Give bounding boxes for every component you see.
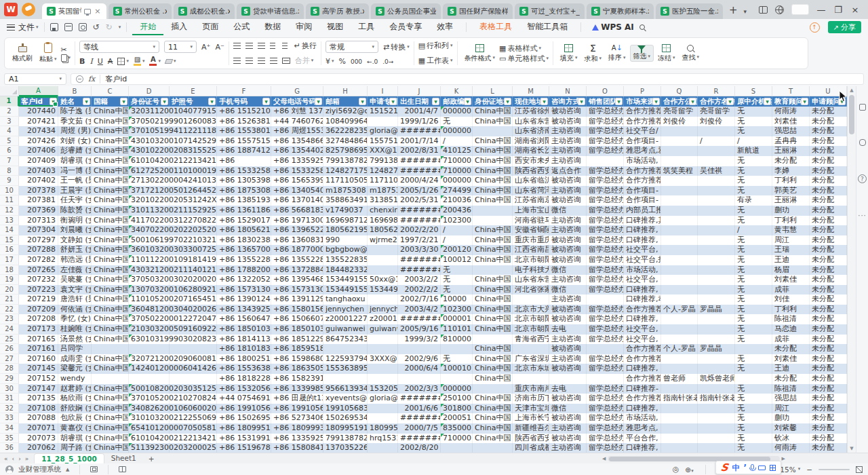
col-header-P[interactable]: P: [624, 86, 661, 96]
cell-O29[interactable]: [587, 374, 624, 384]
increase-font-size-button[interactable]: A⁺: [201, 43, 210, 52]
cell-U16[interactable]: 未分配: [810, 245, 847, 255]
row-header-20[interactable]: 20: [0, 285, 19, 295]
cell-B36[interactable]: 周子路 (女: [58, 443, 92, 453]
header-cell-H1[interactable]: 邮箱▼: [323, 96, 368, 107]
cell-M23[interactable]: 北京市朝阳: [513, 314, 549, 324]
cell-B26[interactable]: 吕同学: [58, 344, 92, 354]
cell-R22[interactable]: 罗晶晶: [698, 305, 735, 315]
cell-M21[interactable]: [513, 294, 549, 305]
comma-style-button[interactable]: 000: [351, 58, 362, 65]
cell-A36[interactable]: 207062: [19, 443, 58, 453]
cell-D33[interactable]: 310103200212255069: [129, 413, 170, 423]
cell-F25[interactable]: +86 18141137: [217, 335, 271, 345]
bold-button[interactable]: B: [79, 57, 85, 66]
docer-home-icon[interactable]: [22, 3, 35, 16]
cell-Q10[interactable]: [661, 186, 698, 196]
cell-K8[interactable]: 710000: [441, 166, 473, 176]
cell-U15[interactable]: 未分配: [810, 235, 847, 246]
cell-B23[interactable]: 季忆 (女): [58, 314, 92, 324]
row-header-34[interactable]: 34: [0, 423, 19, 434]
filter-dropdown-icon[interactable]: ▼: [359, 98, 366, 105]
cell-I19[interactable]: 50xx@163.c: [368, 275, 398, 285]
convert-button[interactable]: ⇄转换▾: [383, 42, 410, 52]
cell-C27[interactable]: China中国: [92, 354, 129, 364]
cell-U9[interactable]: 未分配: [810, 176, 847, 186]
sogou-logo-icon[interactable]: S: [719, 461, 728, 474]
cell-S17[interactable]: 无: [735, 255, 772, 265]
status-layout-icon[interactable]: [119, 466, 126, 472]
cell-B6[interactable]: 彭睿婧 (女: [58, 146, 92, 156]
align-center-button[interactable]: [245, 58, 253, 64]
cell-P22[interactable]: 合作方推荐: [624, 305, 661, 315]
cell-U26[interactable]: 未分配: [810, 344, 847, 354]
cell-T18[interactable]: 杨眉: [772, 265, 810, 276]
cell-D8[interactable]: 612725200110100019: [129, 166, 170, 176]
cell-U28[interactable]: 未分配: [810, 364, 847, 374]
cell-O23[interactable]: 留学总经办: [587, 314, 624, 324]
cell-J26[interactable]: [398, 344, 441, 354]
cell-A19[interactable]: 207232: [19, 275, 58, 285]
cell-I10[interactable]: m1875308: [368, 186, 398, 196]
zoom-out-icon[interactable]: −: [806, 466, 812, 474]
cell-R5[interactable]: /: [698, 136, 735, 147]
system-chevron-icon[interactable]: ▲: [66, 467, 69, 472]
cell-I8[interactable]: 124827175: [368, 166, 398, 176]
cell-S9[interactable]: 无: [735, 176, 772, 186]
cell-J15[interactable]: 1997/2/21: [398, 235, 441, 246]
wps-ai-button[interactable]: WPS AI: [587, 22, 639, 32]
cell-N36[interactable]: 主动咨询: [549, 443, 587, 453]
header-cell-J1[interactable]: 出生日期▼: [398, 96, 441, 107]
cell-O9[interactable]: 留学总经办: [587, 176, 624, 186]
cell-C3[interactable]: China中国: [92, 117, 129, 127]
cell-L21[interactable]: China中国: [473, 294, 513, 305]
cell-S22[interactable]: 无: [735, 305, 772, 315]
align-top-button[interactable]: [233, 43, 241, 49]
cell-A18[interactable]: 207265: [19, 265, 58, 276]
cell-L33[interactable]: China中国: [473, 413, 513, 423]
cell-G13[interactable]: +86 1971300890: [271, 216, 323, 226]
cell-Q20[interactable]: [661, 285, 698, 295]
cell-J4[interactable]: ########: [398, 126, 441, 136]
cell-R35[interactable]: [698, 434, 735, 444]
cell-N16[interactable]: 被动咨询: [549, 245, 587, 255]
format-painter-button[interactable]: 格式刷: [9, 43, 35, 63]
tab-list-chevron-icon[interactable]: ▾: [743, 8, 748, 19]
cell-L6[interactable]: China中国: [473, 146, 513, 156]
menu-tab-会员专享[interactable]: 会员专享: [382, 19, 429, 35]
row-header-2[interactable]: 2: [0, 107, 19, 117]
row-header-9[interactable]: 9: [0, 176, 19, 186]
cell-B27[interactable]: 成雨雯 (女: [58, 354, 92, 364]
cell-J32[interactable]: 2001/6/6: [398, 404, 441, 414]
filter-dropdown-icon[interactable]: ▼: [161, 98, 168, 105]
cell-P36[interactable]: 口碑推荐,: [624, 443, 661, 453]
cell-N11[interactable]: 被动咨询: [549, 195, 587, 206]
row-header-31[interactable]: 31: [0, 394, 19, 404]
cell-M33[interactable]: 上海市长宁: [513, 413, 549, 423]
menu-tab-数据[interactable]: 数据: [257, 19, 288, 35]
cell-O3[interactable]: 留学总经办: [587, 117, 624, 127]
cell-K14[interactable]: /: [441, 225, 473, 235]
cell-B34[interactable]: 黄嘉仪 (女: [58, 423, 92, 434]
cell-G11[interactable]: +86 1370140948: [271, 195, 323, 206]
document-tab-9[interactable]: S宁夏教师样本.xlsx: [587, 3, 654, 19]
cell-B17[interactable]: 韩浩远 (男: [58, 255, 92, 265]
header-cell-O1[interactable]: 销售团队▼: [587, 96, 624, 107]
cell-A22[interactable]: 207209: [19, 305, 58, 315]
cell-B9[interactable]: 王一帆 (男: [58, 176, 92, 186]
cell-M25[interactable]: 青海省西宁: [513, 335, 549, 345]
cell-Q27[interactable]: [661, 354, 698, 364]
cell-R7[interactable]: [698, 156, 735, 166]
cell-I35[interactable]: hrq153199: [368, 434, 398, 444]
filter-dropdown-icon[interactable]: ▼: [262, 98, 270, 105]
cell-S24[interactable]: 无: [735, 324, 772, 335]
cell-H12[interactable]: v1749037: [323, 206, 368, 216]
increase-decimal-button[interactable]: ←.0: [367, 58, 378, 65]
cell-Q24[interactable]: [661, 324, 698, 335]
cell-Q13[interactable]: [661, 216, 698, 226]
cell-D24[interactable]: 210303200509160922: [129, 324, 170, 335]
cell-R13[interactable]: [698, 216, 735, 226]
cell-B16[interactable]: 舒妍玉 (女: [58, 245, 92, 255]
cell-G21[interactable]: +86 1391129694: [271, 294, 323, 305]
cell-A29[interactable]: 207152: [19, 374, 58, 384]
